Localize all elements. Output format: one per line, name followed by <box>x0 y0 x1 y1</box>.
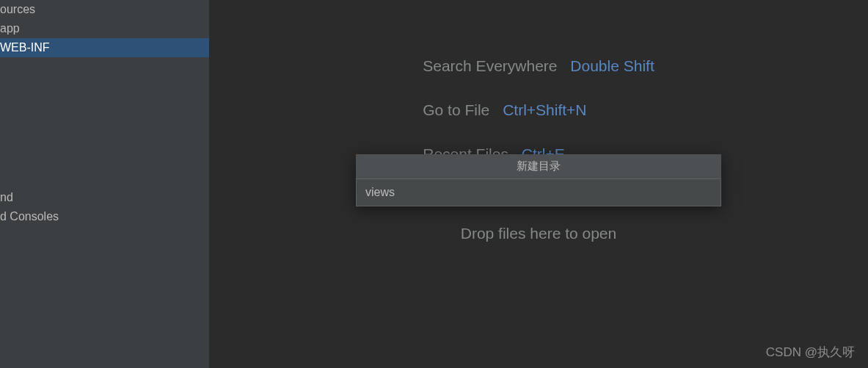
hint-label: Go to File <box>423 101 489 118</box>
hint-label: Search Everywhere <box>423 57 557 74</box>
hint-go-to-file: Go to File Ctrl+Shift+N <box>423 101 654 119</box>
hint-search-everywhere: Search Everywhere Double Shift <box>423 57 654 75</box>
hint-shortcut: Double Shift <box>570 57 654 74</box>
tree-item-webinf[interactable]: WEB-INF <box>0 38 209 57</box>
new-directory-dialog: 新建目录 <box>356 154 721 206</box>
hint-shortcut: Ctrl+Shift+N <box>503 101 586 118</box>
tree-item-resources[interactable]: ources <box>0 0 209 19</box>
project-sidebar: ources app WEB-INF nd d Consoles <box>0 0 209 368</box>
directory-name-input[interactable] <box>356 178 721 206</box>
tree-item-lower-0[interactable] <box>0 164 209 170</box>
tree-item-lower-1[interactable]: nd <box>0 188 209 207</box>
welcome-hints: Search Everywhere Double Shift Go to Fil… <box>423 57 654 242</box>
tree-item-lower-2[interactable]: d Consoles <box>0 207 209 226</box>
tree-item-app[interactable]: app <box>0 19 209 38</box>
watermark: CSDN @执久呀 <box>766 344 855 361</box>
drop-files-hint: Drop files here to open <box>423 225 654 242</box>
dialog-title: 新建目录 <box>356 154 721 178</box>
editor-area: Search Everywhere Double Shift Go to Fil… <box>209 0 868 368</box>
